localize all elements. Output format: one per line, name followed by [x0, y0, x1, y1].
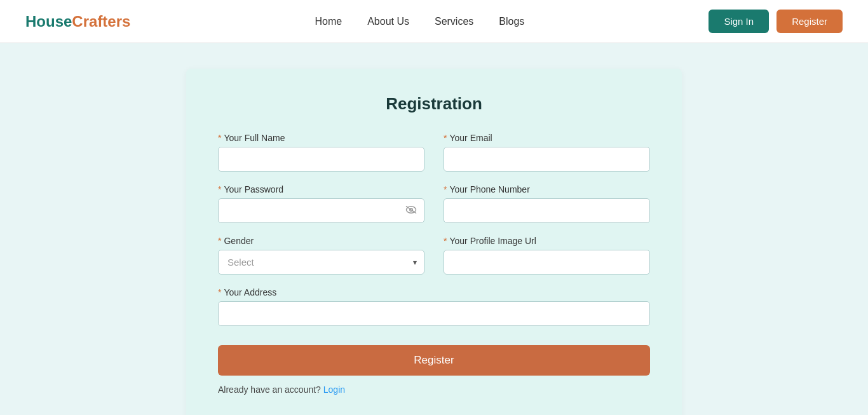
- password-wrapper: [218, 198, 424, 223]
- gender-required: *: [218, 236, 221, 246]
- register-button-group: Register: [218, 339, 650, 376]
- profile-image-label: *Your Profile Image Url: [444, 236, 650, 246]
- full-name-label: *Your Full Name: [218, 133, 424, 143]
- nav-blogs[interactable]: Blogs: [499, 16, 524, 27]
- nav-services[interactable]: Services: [435, 16, 473, 27]
- email-label: *Your Email: [444, 133, 650, 143]
- password-group: *Your Password: [218, 184, 424, 223]
- profile-image-input[interactable]: [444, 250, 650, 275]
- registration-card: Registration *Your Full Name *Your Email: [186, 69, 682, 415]
- password-input[interactable]: [218, 198, 424, 223]
- profile-image-group: *Your Profile Image Url: [444, 236, 650, 275]
- form-grid: *Your Full Name *Your Email *Your Passwo…: [218, 133, 650, 376]
- full-name-group: *Your Full Name: [218, 133, 424, 172]
- registration-title: Registration: [218, 94, 650, 114]
- logo-crafters: Crafters: [72, 13, 130, 30]
- address-required: *: [218, 287, 221, 297]
- password-label: *Your Password: [218, 184, 424, 194]
- address-label: *Your Address: [218, 287, 650, 297]
- gender-label: *Gender: [218, 236, 424, 246]
- gender-group: *Gender Select Male Female Other ▾: [218, 236, 424, 275]
- email-group: *Your Email: [444, 133, 650, 172]
- eye-icon[interactable]: [405, 205, 417, 217]
- register-button[interactable]: Register: [218, 345, 650, 376]
- nav-home[interactable]: Home: [315, 16, 342, 27]
- login-prompt: Already have an account? Login: [218, 384, 650, 395]
- nav-links: Home About Us Services Blogs: [315, 16, 524, 27]
- login-link[interactable]: Login: [323, 384, 345, 395]
- phone-label: *Your Phone Number: [444, 184, 650, 194]
- email-input[interactable]: [444, 147, 650, 172]
- full-name-input[interactable]: [218, 147, 424, 172]
- navbar: HouseCrafters Home About Us Services Blo…: [0, 0, 868, 43]
- gender-select[interactable]: Select Male Female Other: [218, 250, 424, 275]
- main-content: Registration *Your Full Name *Your Email: [0, 43, 868, 415]
- nav-buttons: Sign In Register: [709, 10, 843, 33]
- email-required: *: [444, 133, 447, 143]
- profile-image-required: *: [444, 236, 447, 246]
- logo-house: House: [25, 13, 72, 30]
- password-required: *: [218, 184, 221, 194]
- address-group: *Your Address: [218, 287, 650, 326]
- full-name-required: *: [218, 133, 221, 143]
- address-input[interactable]: [218, 301, 650, 326]
- phone-required: *: [444, 184, 447, 194]
- registration-form: *Your Full Name *Your Email *Your Passwo…: [218, 133, 650, 395]
- register-nav-button[interactable]: Register: [776, 10, 843, 33]
- gender-select-wrapper: Select Male Female Other ▾: [218, 250, 424, 275]
- already-account-text: Already have an account?: [218, 384, 321, 395]
- logo[interactable]: HouseCrafters: [25, 13, 130, 31]
- phone-input[interactable]: [444, 198, 650, 223]
- signin-button[interactable]: Sign In: [709, 10, 769, 33]
- nav-about[interactable]: About Us: [367, 16, 409, 27]
- phone-group: *Your Phone Number: [444, 184, 650, 223]
